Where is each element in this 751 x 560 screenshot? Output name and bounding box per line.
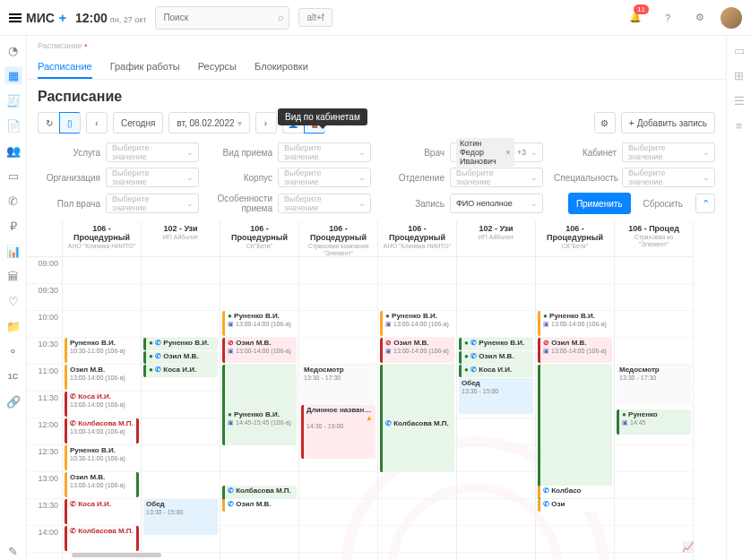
time-label: 11:00 bbox=[27, 365, 62, 392]
filter-doc-gender[interactable]: Выберите значение bbox=[106, 194, 199, 213]
appointment[interactable]: Руненко В.И.10:30-11:00 (106-а) bbox=[65, 338, 139, 363]
filter-visit-feat[interactable]: Выберите значение bbox=[278, 194, 371, 213]
appointment[interactable]: ● Руненко В.И.▣ 13:00-14:00 (106-а) bbox=[380, 311, 454, 336]
appointment[interactable]: ✆ Коса И.И. bbox=[65, 499, 139, 524]
sidebar-building-icon[interactable]: 🏛 bbox=[4, 267, 22, 285]
date-picker[interactable]: вт, 08.02.2022 ▾ bbox=[168, 112, 249, 134]
appointment[interactable]: ● ✆ Коса И.И. bbox=[459, 365, 533, 377]
chart-toggle-icon[interactable]: 📈 bbox=[682, 541, 695, 553]
sidebar-users-icon[interactable]: 👥 bbox=[4, 142, 22, 159]
column-header[interactable]: 102 - УзиИП Айболит bbox=[457, 221, 535, 257]
appointment[interactable]: ● ✆ Озил М.В. bbox=[143, 351, 218, 364]
tab-schedule[interactable]: Расписание bbox=[38, 56, 92, 79]
appointment[interactable]: ⊘ Озил М.В.▣ 13:00-14:00 (106-а) bbox=[380, 338, 454, 363]
sidebar-stats-icon[interactable]: 📊 bbox=[4, 242, 22, 260]
appointment[interactable]: Озил М.В.13:00-14:00 (106-а) bbox=[65, 365, 139, 390]
columns-wrap[interactable]: 106 - ПроцедурныйАНО "Клиника НИИТО" Рун… bbox=[63, 221, 726, 560]
appointment[interactable]: ✆ Озил М.В. bbox=[222, 499, 297, 512]
sidebar-1c-icon[interactable]: 1С bbox=[4, 367, 22, 385]
settings-icon[interactable]: ⚙ bbox=[688, 6, 712, 30]
scrollbar[interactable] bbox=[72, 553, 161, 557]
column-header[interactable]: 106 - ПроцедурныйСК"Бета" bbox=[536, 221, 614, 257]
sidebar-dashboard-icon[interactable]: ◔ bbox=[4, 41, 22, 59]
sidebar-card-icon[interactable]: ▭ bbox=[4, 167, 22, 185]
prev-button[interactable]: ‹ bbox=[86, 112, 108, 134]
right-list-icon[interactable]: ☰ bbox=[730, 91, 748, 109]
appointment[interactable]: ● Руненко В.И.▣ 13:00-14:00 (106-а) bbox=[222, 311, 297, 336]
settings-toolbar-button[interactable]: ⚙ bbox=[594, 112, 616, 134]
search-input[interactable] bbox=[155, 6, 289, 30]
appointment[interactable]: ✆ Колбасова М.П. bbox=[65, 526, 139, 551]
reset-button[interactable]: Сбросить bbox=[636, 193, 690, 214]
filter-doctor[interactable]: Котин Федор Иванович ×+3 bbox=[450, 142, 543, 162]
sidebar-receipt-icon[interactable]: 🧾 bbox=[4, 91, 22, 109]
column-header[interactable]: 106 - ПроцедурныйСтраховая компания "Эле… bbox=[299, 221, 377, 257]
appointment[interactable]: Руненко В.И.10:30-11:00 (106-а) bbox=[65, 445, 139, 470]
sidebar-heart-icon[interactable]: ♡ bbox=[4, 292, 22, 310]
tab-resources[interactable]: Ресурсы bbox=[198, 56, 237, 79]
appointment[interactable]: Длинное название блокировки ▲14:30 - 19:… bbox=[301, 405, 376, 459]
logo[interactable]: МИС+ bbox=[9, 11, 66, 25]
appointment[interactable]: ✆ Колбасо bbox=[538, 486, 612, 498]
clock-date: пн, 27 окт bbox=[110, 15, 147, 24]
appointment[interactable]: ✆ Ози bbox=[538, 499, 612, 512]
appointment[interactable]: Обед13:30 - 15:00 bbox=[459, 378, 533, 414]
remove-tag-icon[interactable]: × bbox=[505, 148, 510, 157]
right-panel-icon[interactable]: ▭ bbox=[730, 41, 748, 59]
right-grid-icon[interactable]: ⊞ bbox=[730, 66, 748, 84]
sidebar-link-icon[interactable]: 🔗 bbox=[4, 392, 22, 410]
refresh-button[interactable]: ↻ bbox=[38, 112, 59, 134]
filter-record[interactable]: ФИО неполное bbox=[450, 194, 543, 213]
bell-icon[interactable]: 🔔11 bbox=[624, 6, 647, 30]
help-icon[interactable]: ? bbox=[656, 6, 679, 30]
collapse-filters-icon[interactable]: ⌃ bbox=[695, 194, 715, 213]
sidebar-edit-icon[interactable]: ✎ bbox=[4, 542, 22, 560]
tab-work-schedule[interactable]: График работы bbox=[110, 56, 180, 79]
appointment[interactable]: ✆ Колбасова М.П. bbox=[380, 418, 454, 431]
filter-spec[interactable]: Выберите значение bbox=[622, 168, 715, 187]
column-header[interactable]: 106 - ПроцедСтраховая ко "Элемент" bbox=[615, 221, 693, 257]
view-day-button[interactable]: ▯ bbox=[59, 112, 81, 134]
sidebar-share-icon[interactable]: ⚬ bbox=[4, 342, 22, 360]
column-header[interactable]: 102 - УзиИП Айболит bbox=[142, 221, 220, 257]
sidebar-money-icon[interactable]: ₽ bbox=[4, 217, 22, 235]
sidebar-doc-icon[interactable]: 📄 bbox=[4, 116, 22, 134]
next-button[interactable]: › bbox=[255, 112, 277, 134]
appointment[interactable] bbox=[538, 365, 612, 499]
appointment[interactable]: ● ✆ Коса И.И. bbox=[143, 365, 218, 377]
appointment[interactable]: Озил М.В.13:00-14:00 (106-а) bbox=[65, 472, 139, 497]
time-label: 13:00 bbox=[27, 472, 62, 499]
sidebar-folder-icon[interactable]: 📁 bbox=[4, 317, 22, 335]
today-button[interactable]: Сегодня bbox=[113, 112, 163, 134]
filter-building[interactable]: Выберите значение bbox=[278, 168, 371, 187]
appointment[interactable]: ● Руненко▣ 14:45 bbox=[617, 409, 691, 435]
appointment[interactable]: ● ✆ Озил М.В. bbox=[459, 351, 533, 364]
column-header[interactable]: 106 - ПроцедурныйАНО "Клиника НИИТО" bbox=[378, 221, 456, 257]
filter-dept-label: Отделение bbox=[382, 173, 445, 183]
appointment[interactable]: ● ✆ Руненко В.И. bbox=[459, 338, 533, 350]
right-bars-icon[interactable]: ≡ bbox=[730, 116, 748, 134]
appointment[interactable]: ● ✆ Руненко В.И. bbox=[143, 338, 218, 350]
apply-button[interactable]: Применить bbox=[568, 193, 631, 214]
appointment[interactable]: Обед13:30 - 15:00 bbox=[143, 499, 218, 535]
add-record-button[interactable]: + Добавить запись bbox=[621, 112, 715, 134]
filter-service[interactable]: Выберите значение bbox=[106, 142, 199, 162]
filter-visit-type[interactable]: Выберите значение bbox=[278, 142, 371, 162]
avatar[interactable] bbox=[721, 7, 742, 29]
filter-org[interactable]: Выберите значение bbox=[106, 168, 199, 187]
appointment[interactable]: ⊘ Озил М.В.▣ 13:00-14:00 (106-а) bbox=[538, 338, 612, 363]
appointment[interactable]: ⊘ Озил М.В.▣ 13:00-14:00 (106-а) bbox=[222, 338, 297, 363]
sidebar-phone-icon[interactable]: ✆ bbox=[4, 192, 22, 210]
column-header[interactable]: 106 - ПроцедурныйСК"Бета" bbox=[220, 221, 298, 257]
appointment[interactable]: ● Руненко В.И.▣ 13:00-14:00 (106-а) bbox=[538, 311, 612, 336]
appointment[interactable]: Медосмотр13:30 - 17:30 bbox=[617, 365, 691, 405]
appointment[interactable]: ✆ Коса И.И.13:00-14:00 (106-а) bbox=[65, 392, 139, 417]
appointment[interactable]: ✆ Колбасова М.П.13:00-14:00 (106-а) bbox=[65, 418, 139, 444]
column-header[interactable]: 106 - ПроцедурныйАНО "Клиника НИИТО" bbox=[63, 221, 141, 257]
appointment[interactable]: ● Руненко В.И.▣ 14:45-15:45 (106-а) bbox=[222, 409, 297, 435]
appointment[interactable]: Медосмотр13:30 - 17:30 bbox=[301, 365, 376, 405]
tab-blocks[interactable]: Блокировки bbox=[255, 56, 308, 79]
filter-dept[interactable]: Выберите значение bbox=[450, 168, 543, 187]
filter-cabinet[interactable]: Выберите значение bbox=[622, 142, 715, 162]
sidebar-calendar-icon[interactable]: ▦ bbox=[4, 66, 22, 84]
